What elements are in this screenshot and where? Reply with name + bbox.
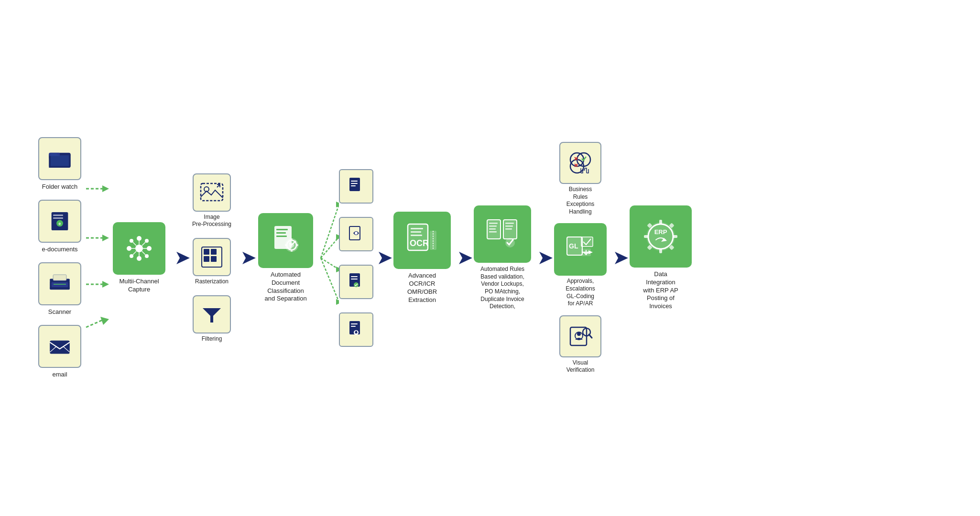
svg-point-32 bbox=[145, 254, 149, 258]
source-folder-row: Folder watch bbox=[38, 137, 81, 191]
svg-marker-19 bbox=[102, 235, 109, 241]
ocr-icon: OCR bbox=[393, 212, 451, 269]
image-preprocessing-icon bbox=[193, 173, 231, 212]
filtering-group: Filtering bbox=[193, 295, 231, 343]
svg-point-28 bbox=[147, 246, 152, 251]
svg-point-27 bbox=[127, 246, 131, 251]
workflow-diagram: Folder watch e bbox=[24, 29, 956, 487]
svg-text:GL: GL bbox=[569, 242, 578, 250]
scanner-icon-box bbox=[38, 262, 81, 305]
svg-point-30 bbox=[145, 239, 149, 243]
svg-rect-68 bbox=[351, 181, 358, 182]
svg-rect-44 bbox=[204, 249, 209, 255]
business-rules-group: BusinessRulesExceptionsHandling bbox=[559, 142, 601, 215]
svg-rect-94 bbox=[489, 231, 497, 233]
svg-line-40 bbox=[142, 251, 145, 255]
approvals-icon: GL bbox=[554, 223, 607, 276]
fan-output-icons bbox=[339, 169, 373, 347]
svg-rect-13 bbox=[50, 341, 70, 354]
svg-line-39 bbox=[133, 251, 136, 255]
visual-verification-icon bbox=[559, 315, 601, 357]
svg-rect-49 bbox=[276, 229, 288, 230]
business-rules-icon bbox=[559, 142, 601, 184]
svg-marker-21 bbox=[102, 281, 109, 288]
ocr-col: OCR AdvancedOCR/ICROMR/OBRExtraction bbox=[393, 212, 451, 304]
image-preprocessing-label: ImagePre-Processing bbox=[192, 214, 231, 228]
svg-point-117 bbox=[577, 332, 581, 336]
svg-rect-46 bbox=[204, 256, 209, 262]
fan-icon-4 bbox=[339, 312, 373, 347]
svg-line-37 bbox=[133, 242, 136, 246]
arrow-3: ➤ bbox=[377, 248, 392, 268]
svg-rect-93 bbox=[489, 228, 496, 230]
classification-label: AutomatedDocumentClassificationand Separ… bbox=[264, 271, 306, 303]
arrow-6: ➤ bbox=[613, 248, 628, 268]
svg-rect-69 bbox=[351, 183, 358, 184]
svg-rect-84 bbox=[411, 231, 421, 233]
svg-line-38 bbox=[142, 242, 145, 246]
svg-point-72 bbox=[355, 232, 358, 235]
erp-icon: ERP bbox=[630, 205, 692, 268]
svg-rect-124 bbox=[644, 235, 649, 238]
rules-label: Automated RulesBased validation,Vendor L… bbox=[480, 266, 524, 311]
arrow-5: ➤ bbox=[538, 248, 552, 268]
edoc-label: e-documents bbox=[42, 246, 77, 254]
fan-icon-1 bbox=[339, 169, 373, 204]
svg-point-54 bbox=[289, 243, 294, 247]
svg-rect-97 bbox=[505, 223, 514, 224]
svg-point-29 bbox=[130, 239, 133, 243]
svg-point-24 bbox=[135, 245, 143, 252]
svg-point-31 bbox=[130, 254, 133, 258]
svg-rect-8 bbox=[52, 282, 68, 287]
fan-arrows-svg bbox=[320, 186, 339, 330]
svg-text:e: e bbox=[59, 221, 61, 226]
scanner-label: Scanner bbox=[48, 308, 71, 316]
svg-rect-50 bbox=[276, 232, 286, 234]
email-label: email bbox=[52, 371, 67, 379]
svg-rect-45 bbox=[211, 249, 217, 255]
filtering-label: Filtering bbox=[202, 335, 222, 343]
svg-marker-17 bbox=[102, 185, 109, 192]
svg-rect-98 bbox=[505, 226, 513, 227]
business-rules-label: BusinessRulesExceptionsHandling bbox=[566, 186, 595, 215]
folder-watch-icon-box bbox=[38, 137, 81, 180]
classification-icon bbox=[258, 213, 313, 268]
svg-rect-85 bbox=[411, 235, 422, 236]
multichannel-label: Multii-Channel Capture bbox=[115, 278, 163, 294]
folder-watch-label: Folder watch bbox=[42, 183, 77, 191]
svg-rect-91 bbox=[489, 223, 498, 224]
visual-verification-label: VisualVerification bbox=[566, 359, 595, 374]
svg-rect-115 bbox=[570, 327, 587, 345]
svg-rect-58 bbox=[296, 244, 298, 246]
approvals-group: GL Approvals,EscalationsGL-Codi bbox=[554, 223, 607, 307]
fan-icon-3 bbox=[339, 265, 373, 299]
rasterization-group: Rasterization bbox=[193, 238, 231, 286]
svg-line-60 bbox=[321, 237, 339, 258]
dashed-arrows-col bbox=[85, 167, 109, 349]
rasterization-label: Rasterization bbox=[195, 278, 229, 286]
svg-rect-10 bbox=[53, 275, 66, 280]
svg-line-62 bbox=[321, 258, 339, 302]
svg-rect-51 bbox=[276, 236, 287, 237]
svg-rect-79 bbox=[351, 326, 356, 327]
edoc-icon-box: e bbox=[38, 200, 81, 243]
svg-text:ERP: ERP bbox=[654, 228, 667, 236]
svg-rect-4 bbox=[53, 217, 63, 219]
svg-rect-99 bbox=[505, 228, 512, 230]
svg-rect-123 bbox=[659, 248, 662, 253]
svg-line-22 bbox=[86, 320, 102, 327]
filtering-icon bbox=[193, 295, 231, 333]
preprocessing-col: ImagePre-Processing Rasterization bbox=[192, 173, 231, 343]
arrow-4: ➤ bbox=[457, 248, 472, 268]
arrow-1: ➤ bbox=[175, 248, 189, 268]
fan-icon-2 bbox=[339, 217, 373, 251]
svg-rect-122 bbox=[659, 220, 662, 225]
svg-rect-3 bbox=[53, 215, 63, 216]
sources-column: Folder watch e bbox=[38, 137, 81, 379]
source-email-row: email bbox=[38, 325, 81, 379]
svg-rect-83 bbox=[411, 228, 423, 229]
svg-text:OCR: OCR bbox=[410, 238, 429, 248]
right-stacked-col: BusinessRulesExceptionsHandling GL bbox=[554, 142, 607, 374]
svg-rect-111 bbox=[581, 237, 593, 247]
visual-verification-group: VisualVerification bbox=[559, 315, 601, 374]
